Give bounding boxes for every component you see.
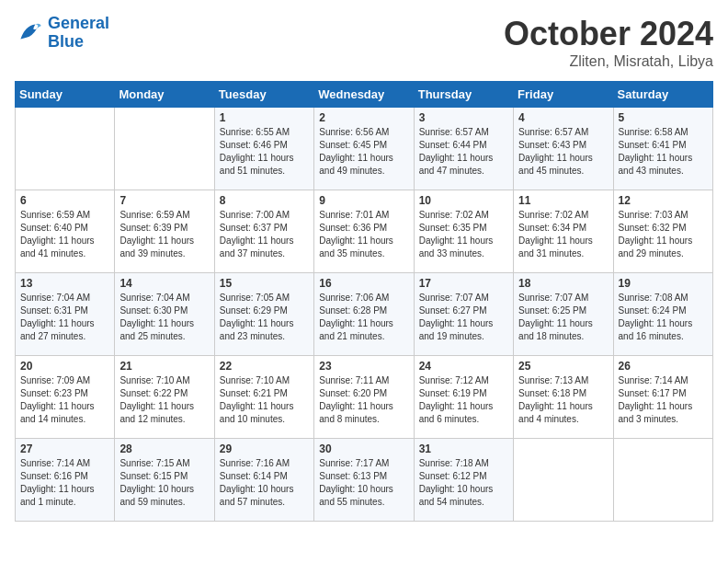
calendar-cell: 27Sunrise: 7:14 AM Sunset: 6:16 PM Dayli… (16, 439, 115, 522)
day-number: 17 (419, 277, 508, 290)
calendar-cell: 22Sunrise: 7:10 AM Sunset: 6:21 PM Dayli… (214, 356, 313, 439)
day-number: 15 (220, 277, 309, 290)
calendar-cell: 18Sunrise: 7:07 AM Sunset: 6:25 PM Dayli… (514, 273, 613, 356)
day-info: Sunrise: 7:14 AM Sunset: 6:16 PM Dayligh… (20, 457, 109, 509)
day-info: Sunrise: 7:17 AM Sunset: 6:13 PM Dayligh… (319, 457, 408, 509)
day-number: 21 (119, 360, 209, 373)
day-info: Sunrise: 6:59 AM Sunset: 6:40 PM Dayligh… (20, 209, 109, 260)
calendar-cell: 12Sunrise: 7:03 AM Sunset: 6:32 PM Dayli… (613, 190, 712, 273)
calendar-header-row: SundayMondayTuesdayWednesdayThursdayFrid… (16, 82, 713, 108)
day-number: 12 (619, 194, 708, 207)
calendar-week-row: 13Sunrise: 7:04 AM Sunset: 6:31 PM Dayli… (16, 273, 713, 356)
day-info: Sunrise: 7:15 AM Sunset: 6:15 PM Dayligh… (119, 457, 209, 509)
day-number: 3 (419, 111, 508, 124)
day-info: Sunrise: 7:03 AM Sunset: 6:32 PM Dayligh… (619, 209, 708, 260)
day-info: Sunrise: 7:04 AM Sunset: 6:30 PM Dayligh… (119, 292, 209, 343)
day-info: Sunrise: 7:05 AM Sunset: 6:29 PM Dayligh… (220, 292, 309, 343)
weekday-header: Thursday (414, 82, 513, 108)
weekday-header: Sunday (16, 82, 115, 108)
calendar-cell: 23Sunrise: 7:11 AM Sunset: 6:20 PM Dayli… (314, 356, 414, 439)
title-block: October 2024 Zliten, Misratah, Libya (504, 15, 713, 70)
page-title: October 2024 (504, 15, 713, 53)
weekday-header: Tuesday (214, 82, 313, 108)
day-number: 7 (119, 194, 209, 207)
calendar-week-row: 27Sunrise: 7:14 AM Sunset: 6:16 PM Dayli… (16, 439, 713, 522)
day-info: Sunrise: 7:07 AM Sunset: 6:27 PM Dayligh… (419, 292, 508, 343)
day-info: Sunrise: 7:06 AM Sunset: 6:28 PM Dayligh… (319, 292, 408, 343)
day-number: 14 (119, 277, 209, 290)
calendar-cell: 31Sunrise: 7:18 AM Sunset: 6:12 PM Dayli… (414, 439, 513, 522)
calendar-week-row: 20Sunrise: 7:09 AM Sunset: 6:23 PM Dayli… (16, 356, 713, 439)
day-number: 5 (619, 111, 708, 124)
calendar-week-row: 1Sunrise: 6:55 AM Sunset: 6:46 PM Daylig… (16, 108, 713, 190)
day-info: Sunrise: 7:08 AM Sunset: 6:24 PM Dayligh… (619, 292, 708, 343)
day-number: 8 (220, 194, 309, 207)
day-info: Sunrise: 7:01 AM Sunset: 6:36 PM Dayligh… (319, 209, 408, 260)
weekday-header: Saturday (613, 82, 712, 108)
calendar-cell: 9Sunrise: 7:01 AM Sunset: 6:36 PM Daylig… (314, 190, 414, 273)
calendar-cell: 6Sunrise: 6:59 AM Sunset: 6:40 PM Daylig… (16, 190, 115, 273)
day-number: 1 (220, 111, 309, 124)
day-info: Sunrise: 7:02 AM Sunset: 6:34 PM Dayligh… (518, 209, 608, 260)
calendar-cell: 28Sunrise: 7:15 AM Sunset: 6:15 PM Dayli… (115, 439, 214, 522)
day-info: Sunrise: 6:58 AM Sunset: 6:41 PM Dayligh… (619, 126, 708, 178)
page-header: General Blue October 2024 Zliten, Misrat… (15, 15, 713, 70)
day-number: 9 (319, 194, 408, 207)
weekday-header: Monday (115, 82, 214, 108)
day-number: 20 (20, 360, 109, 373)
day-info: Sunrise: 6:55 AM Sunset: 6:46 PM Dayligh… (220, 126, 309, 178)
day-number: 29 (220, 442, 309, 455)
calendar-cell: 25Sunrise: 7:13 AM Sunset: 6:18 PM Dayli… (514, 356, 613, 439)
calendar-cell: 14Sunrise: 7:04 AM Sunset: 6:30 PM Dayli… (115, 273, 214, 356)
day-info: Sunrise: 7:14 AM Sunset: 6:17 PM Dayligh… (619, 374, 708, 426)
day-info: Sunrise: 7:09 AM Sunset: 6:23 PM Dayligh… (20, 374, 109, 426)
day-number: 28 (119, 442, 209, 455)
weekday-header: Wednesday (314, 82, 414, 108)
day-number: 26 (619, 360, 708, 373)
day-number: 22 (220, 360, 309, 373)
calendar-cell: 24Sunrise: 7:12 AM Sunset: 6:19 PM Dayli… (414, 356, 513, 439)
day-info: Sunrise: 7:12 AM Sunset: 6:19 PM Dayligh… (419, 374, 508, 426)
day-number: 24 (419, 360, 508, 373)
day-info: Sunrise: 7:00 AM Sunset: 6:37 PM Dayligh… (220, 209, 309, 260)
logo-icon (15, 18, 44, 48)
day-info: Sunrise: 6:57 AM Sunset: 6:44 PM Dayligh… (419, 126, 508, 178)
logo-text: General Blue (48, 15, 109, 52)
page-subtitle: Zliten, Misratah, Libya (504, 53, 713, 70)
day-info: Sunrise: 6:59 AM Sunset: 6:39 PM Dayligh… (119, 209, 209, 260)
calendar-table: SundayMondayTuesdayWednesdayThursdayFrid… (15, 81, 713, 522)
day-number: 25 (518, 360, 608, 373)
calendar-cell: 19Sunrise: 7:08 AM Sunset: 6:24 PM Dayli… (613, 273, 712, 356)
calendar-cell: 17Sunrise: 7:07 AM Sunset: 6:27 PM Dayli… (414, 273, 513, 356)
day-info: Sunrise: 7:11 AM Sunset: 6:20 PM Dayligh… (319, 374, 408, 426)
day-number: 27 (20, 442, 109, 455)
calendar-cell: 7Sunrise: 6:59 AM Sunset: 6:39 PM Daylig… (115, 190, 214, 273)
day-number: 6 (20, 194, 109, 207)
day-number: 13 (20, 277, 109, 290)
day-number: 30 (319, 442, 408, 455)
calendar-cell: 20Sunrise: 7:09 AM Sunset: 6:23 PM Dayli… (16, 356, 115, 439)
calendar-cell: 30Sunrise: 7:17 AM Sunset: 6:13 PM Dayli… (314, 439, 414, 522)
day-info: Sunrise: 7:13 AM Sunset: 6:18 PM Dayligh… (518, 374, 608, 426)
calendar-cell: 21Sunrise: 7:10 AM Sunset: 6:22 PM Dayli… (115, 356, 214, 439)
day-number: 23 (319, 360, 408, 373)
calendar-cell: 2Sunrise: 6:56 AM Sunset: 6:45 PM Daylig… (314, 108, 414, 190)
day-number: 2 (319, 111, 408, 124)
calendar-cell: 16Sunrise: 7:06 AM Sunset: 6:28 PM Dayli… (314, 273, 414, 356)
day-number: 19 (619, 277, 708, 290)
calendar-cell: 13Sunrise: 7:04 AM Sunset: 6:31 PM Dayli… (16, 273, 115, 356)
day-number: 18 (518, 277, 608, 290)
calendar-cell (16, 108, 115, 190)
day-number: 4 (518, 111, 608, 124)
day-info: Sunrise: 7:10 AM Sunset: 6:22 PM Dayligh… (119, 374, 209, 426)
logo: General Blue (15, 15, 109, 52)
day-number: 16 (319, 277, 408, 290)
calendar-cell: 5Sunrise: 6:58 AM Sunset: 6:41 PM Daylig… (613, 108, 712, 190)
day-info: Sunrise: 7:02 AM Sunset: 6:35 PM Dayligh… (419, 209, 508, 260)
day-number: 10 (419, 194, 508, 207)
calendar-cell (613, 439, 712, 522)
day-info: Sunrise: 7:10 AM Sunset: 6:21 PM Dayligh… (220, 374, 309, 426)
day-info: Sunrise: 6:56 AM Sunset: 6:45 PM Dayligh… (319, 126, 408, 178)
calendar-cell: 4Sunrise: 6:57 AM Sunset: 6:43 PM Daylig… (514, 108, 613, 190)
day-number: 11 (518, 194, 608, 207)
